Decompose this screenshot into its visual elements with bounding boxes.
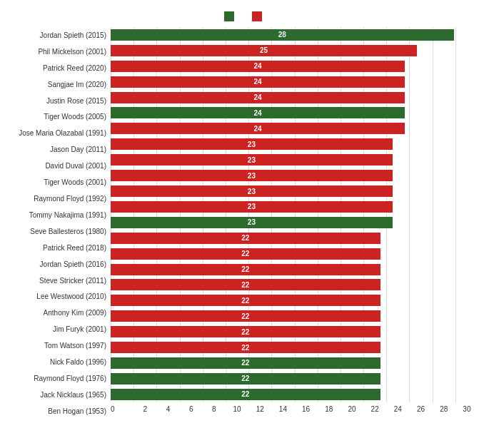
y-label: Jose Maria Olazabal (1991) [11, 126, 106, 141]
legend-won [224, 11, 238, 21]
bar: 23 [111, 154, 393, 166]
x-tick: 10 [226, 405, 248, 419]
x-tick: 18 [318, 405, 341, 419]
chart-container: Jordan Spieth (2015)Phil Mickelson (2001… [0, 0, 489, 448]
x-tick: 24 [386, 405, 409, 419]
bar: 24 [111, 107, 405, 118]
bar: 22 [111, 295, 380, 306]
y-label: Tiger Woods (2005) [11, 110, 106, 124]
bar-value-label: 23 [248, 141, 256, 148]
y-label: Sangjae Im (2020) [11, 77, 106, 91]
y-label: Tommy Nakajima (1991) [11, 208, 106, 222]
bar-row: 23 [111, 215, 478, 230]
bar-row: 22 [111, 263, 478, 277]
bar-row: 24 [111, 59, 478, 73]
y-label: Patrick Reed (2020) [11, 61, 106, 75]
y-label: Jack Nicklaus (1965) [11, 387, 106, 402]
y-label: Seve Ballesteros (1980) [11, 224, 106, 238]
bar-row: 23 [111, 153, 478, 167]
bar: 24 [111, 92, 405, 103]
bars-grid: 2825242424242423232323232322222222222222… [111, 27, 478, 402]
bar: 25 [111, 45, 417, 56]
bar-row: 23 [111, 168, 478, 183]
bar-value-label: 23 [248, 188, 256, 195]
bar-value-label: 24 [253, 78, 261, 86]
x-axis: 024681012141618202224262830 [111, 405, 478, 419]
x-tick: 22 [363, 405, 386, 419]
x-tick: 2 [133, 405, 156, 419]
x-tick: 4 [156, 405, 179, 419]
y-label: Nick Faldo (1996) [11, 355, 106, 370]
bar-row: 22 [111, 278, 478, 292]
bar-value-label: 22 [241, 281, 249, 289]
bar-row: 23 [111, 200, 478, 214]
bar-row: 22 [111, 325, 478, 339]
bar-value-label: 23 [248, 203, 256, 210]
bar-row: 24 [111, 75, 478, 89]
bar: 23 [111, 185, 393, 197]
bar-row: 22 [111, 340, 478, 355]
bar-row: 23 [111, 184, 478, 198]
bar: 23 [111, 170, 393, 181]
bar: 22 [111, 373, 380, 385]
y-label: Raymond Floyd (1976) [11, 371, 106, 385]
bar-row: 22 [111, 387, 478, 402]
y-label: Justin Rose (2015) [11, 93, 106, 108]
legend [11, 11, 478, 21]
y-label: Jordan Spieth (2016) [11, 257, 106, 271]
bar-value-label: 28 [278, 31, 286, 39]
x-tick: 16 [295, 405, 318, 419]
bar-value-label: 22 [241, 297, 249, 305]
x-tick: 14 [271, 405, 294, 419]
bar-row: 22 [111, 231, 478, 245]
x-tick: 0 [111, 405, 133, 419]
y-label: Steve Stricker (2011) [11, 273, 106, 287]
y-label: Raymond Floyd (1992) [11, 192, 106, 206]
y-label: Jordan Spieth (2015) [11, 28, 106, 42]
y-label: Phil Mickelson (2001) [11, 44, 106, 58]
y-label: Tom Watson (1997) [11, 339, 106, 353]
y-label: Jim Furyk (2001) [11, 322, 106, 337]
bar-value-label: 22 [241, 375, 249, 382]
bar: 22 [111, 389, 380, 400]
y-label: Anthony Kim (2009) [11, 306, 106, 320]
bar-value-label: 23 [248, 172, 256, 180]
bars-area: Jordan Spieth (2015)Phil Mickelson (2001… [11, 27, 478, 419]
bar: 22 [111, 342, 380, 353]
x-tick: 8 [203, 405, 226, 419]
bar-row: 28 [111, 28, 478, 42]
y-label: David Duval (2001) [11, 159, 106, 173]
bar: 22 [111, 326, 380, 337]
bar-value-label: 22 [241, 328, 249, 336]
x-tick: 12 [248, 405, 271, 419]
legend-didnt-box [252, 11, 262, 21]
x-tick: 30 [455, 405, 478, 419]
bar: 24 [111, 61, 405, 72]
bar-value-label: 23 [248, 156, 256, 164]
bar-value-label: 22 [241, 250, 249, 258]
bar-row: 25 [111, 44, 478, 58]
x-tick: 6 [180, 405, 203, 419]
bar-value-label: 24 [253, 93, 261, 101]
bar-row: 22 [111, 309, 478, 323]
bar: 22 [111, 310, 380, 322]
bar-row: 24 [111, 121, 478, 136]
x-tick: 20 [341, 405, 363, 419]
bar: 24 [111, 123, 405, 134]
bar-value-label: 22 [241, 312, 249, 320]
bar-value-label: 22 [241, 359, 249, 367]
bar-row: 22 [111, 247, 478, 261]
bar-value-label: 22 [241, 390, 249, 398]
bar-value-label: 22 [241, 344, 249, 352]
bar-row: 24 [111, 106, 478, 120]
bar-row: 22 [111, 293, 478, 307]
y-label: Jason Day (2011) [11, 143, 106, 157]
bars-and-x: 2825242424242423232323232322222222222222… [111, 27, 478, 419]
bar-value-label: 24 [253, 125, 261, 133]
y-label: Tiger Woods (2001) [11, 175, 106, 190]
y-label: Patrick Reed (2018) [11, 240, 106, 255]
bar-row: 24 [111, 91, 478, 105]
bar-value-label: 25 [260, 46, 268, 54]
bar: 22 [111, 233, 380, 244]
bar: 23 [111, 138, 393, 150]
